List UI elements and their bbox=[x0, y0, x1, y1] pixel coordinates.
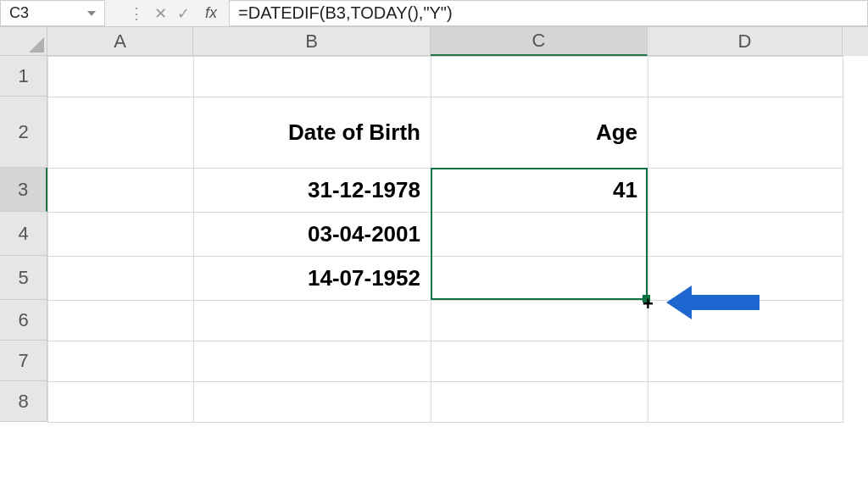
row-header-2[interactable]: 2 bbox=[0, 97, 47, 168]
col-header-C[interactable]: C bbox=[431, 27, 648, 56]
cell-B1[interactable] bbox=[194, 57, 431, 97]
cell-A6[interactable] bbox=[48, 301, 194, 341]
cell-A2[interactable] bbox=[48, 97, 194, 169]
col-header-A[interactable]: A bbox=[47, 27, 193, 56]
formula-text: =DATEDIF(B3,TODAY(),"Y") bbox=[238, 3, 453, 23]
cell-B8[interactable] bbox=[194, 382, 431, 423]
cells-area[interactable]: Date of Birth Age 31-12-1978 41 03-04-20… bbox=[47, 56, 843, 423]
row-header-8[interactable]: 8 bbox=[0, 381, 47, 422]
cell-A4[interactable] bbox=[48, 213, 194, 257]
dots-icon: ⋮ bbox=[129, 4, 144, 23]
row-header-7[interactable]: 7 bbox=[0, 341, 47, 381]
row-header-5[interactable]: 5 bbox=[0, 256, 47, 300]
chevron-down-icon[interactable] bbox=[87, 11, 96, 16]
cell-D5[interactable] bbox=[648, 257, 843, 301]
row-header-4[interactable]: 4 bbox=[0, 212, 47, 256]
row-headers: 1 2 3 4 5 6 7 8 bbox=[0, 56, 47, 423]
col-header-D[interactable]: D bbox=[648, 27, 843, 56]
formula-input[interactable]: =DATEDIF(B3,TODAY(),"Y") bbox=[229, 0, 868, 26]
enter-icon[interactable]: ✓ bbox=[177, 4, 190, 23]
cell-C6[interactable] bbox=[431, 301, 648, 341]
cell-B4[interactable]: 03-04-2001 bbox=[194, 213, 431, 257]
cell-B7[interactable] bbox=[194, 341, 431, 382]
cell-D2[interactable] bbox=[648, 97, 843, 169]
spreadsheet-grid: A B C D 1 2 3 4 5 6 7 8 bbox=[0, 27, 868, 423]
cell-B3[interactable]: 31-12-1978 bbox=[194, 169, 431, 213]
name-box[interactable]: C3 bbox=[0, 0, 105, 26]
cell-D6[interactable] bbox=[648, 301, 843, 341]
cell-B5[interactable]: 14-07-1952 bbox=[194, 257, 431, 301]
cell-C4[interactable] bbox=[431, 213, 648, 257]
cell-A1[interactable] bbox=[48, 57, 194, 97]
cell-D7[interactable] bbox=[648, 341, 843, 382]
cell-C7[interactable] bbox=[431, 341, 648, 382]
row-header-1[interactable]: 1 bbox=[0, 56, 47, 97]
cell-B6[interactable] bbox=[194, 301, 431, 341]
col-header-B[interactable]: B bbox=[193, 27, 431, 56]
cancel-icon[interactable]: ✕ bbox=[154, 4, 167, 23]
cell-B2[interactable]: Date of Birth bbox=[194, 97, 431, 169]
select-all-corner[interactable] bbox=[0, 27, 47, 56]
formula-bar-buttons: ⋮ ✕ ✓ fx bbox=[122, 4, 224, 23]
cell-A5[interactable] bbox=[48, 257, 194, 301]
name-box-value: C3 bbox=[9, 4, 29, 22]
cell-D1[interactable] bbox=[648, 57, 843, 97]
cell-A7[interactable] bbox=[48, 341, 194, 382]
column-headers: A B C D bbox=[0, 27, 868, 56]
cell-A8[interactable] bbox=[48, 382, 194, 423]
cell-C3[interactable]: 41 bbox=[431, 169, 648, 213]
cell-C1[interactable] bbox=[431, 57, 648, 97]
cell-C5[interactable] bbox=[431, 257, 648, 301]
cell-A3[interactable] bbox=[48, 169, 194, 213]
cell-D3[interactable] bbox=[648, 169, 843, 213]
row-header-6[interactable]: 6 bbox=[0, 300, 47, 341]
fx-icon[interactable]: fx bbox=[205, 4, 217, 22]
cell-D4[interactable] bbox=[648, 213, 843, 257]
cell-C8[interactable] bbox=[431, 382, 648, 423]
formula-bar: C3 ⋮ ✕ ✓ fx =DATEDIF(B3,TODAY(),"Y") bbox=[0, 0, 868, 27]
cell-C2[interactable]: Age bbox=[431, 97, 648, 169]
cell-D8[interactable] bbox=[648, 382, 843, 423]
row-header-3[interactable]: 3 bbox=[0, 168, 47, 212]
